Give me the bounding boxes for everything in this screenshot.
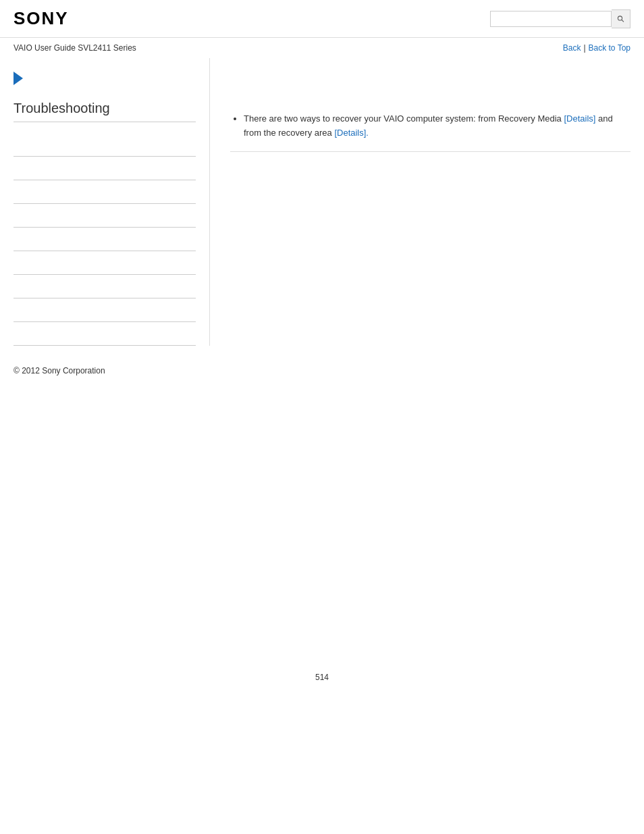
nav-separator: | [583, 43, 585, 53]
search-icon [617, 14, 624, 24]
list-item [14, 157, 196, 180]
breadcrumb-bar: VAIO User Guide SVL2411 Series Back | Ba… [0, 38, 644, 58]
sidebar-link-1[interactable] [14, 140, 196, 149]
sidebar-link-5[interactable] [14, 234, 196, 244]
sidebar-link-4[interactable] [14, 211, 196, 220]
content-area: There are two ways to recover your VAIO … [209, 58, 630, 346]
content-list-item: There are two ways to recover your VAIO … [244, 112, 630, 140]
sony-logo: SONY [14, 8, 69, 29]
chevron-right-icon [14, 72, 23, 85]
chevron-area [14, 72, 196, 87]
svg-line-1 [622, 20, 624, 22]
body-text: There are two ways to recover your VAIO … [244, 113, 562, 124]
list-item [14, 180, 196, 204]
section-title: Troubleshooting [14, 101, 196, 122]
sidebar-link-3[interactable] [14, 187, 196, 197]
content-divider [230, 151, 630, 152]
back-to-top-link[interactable]: Back to Top [589, 43, 630, 53]
list-item [14, 133, 196, 157]
details-link-1[interactable]: [Details] [564, 113, 595, 124]
list-item [14, 275, 196, 298]
nav-links: Back | Back to Top [563, 43, 630, 53]
search-area [490, 9, 630, 28]
copyright-text: © 2012 Sony Corporation [14, 366, 630, 375]
sidebar-link-6[interactable] [14, 258, 196, 267]
list-item [14, 204, 196, 228]
sidebar-links [14, 133, 196, 346]
sidebar-link-2[interactable] [14, 163, 196, 173]
content-text: There are two ways to recover your VAIO … [230, 112, 630, 140]
sidebar: Troubleshooting [14, 58, 209, 346]
header: SONY [0, 0, 644, 38]
main-container: Troubleshooting [0, 58, 644, 346]
guide-title: VAIO User Guide SVL2411 Series [14, 43, 136, 53]
list-item [14, 298, 196, 322]
footer: © 2012 Sony Corporation [0, 346, 644, 389]
list-item [14, 322, 196, 346]
page-number: 514 [0, 659, 644, 696]
search-input[interactable] [490, 11, 612, 27]
search-button[interactable] [612, 9, 630, 28]
list-item [14, 228, 196, 251]
sidebar-link-9[interactable] [14, 329, 196, 338]
sidebar-link-7[interactable] [14, 282, 196, 291]
svg-point-0 [618, 16, 622, 20]
sidebar-link-8[interactable] [14, 305, 196, 315]
details-link-2[interactable]: [Details]. [334, 128, 369, 138]
back-link[interactable]: Back [563, 43, 581, 53]
list-item [14, 251, 196, 275]
